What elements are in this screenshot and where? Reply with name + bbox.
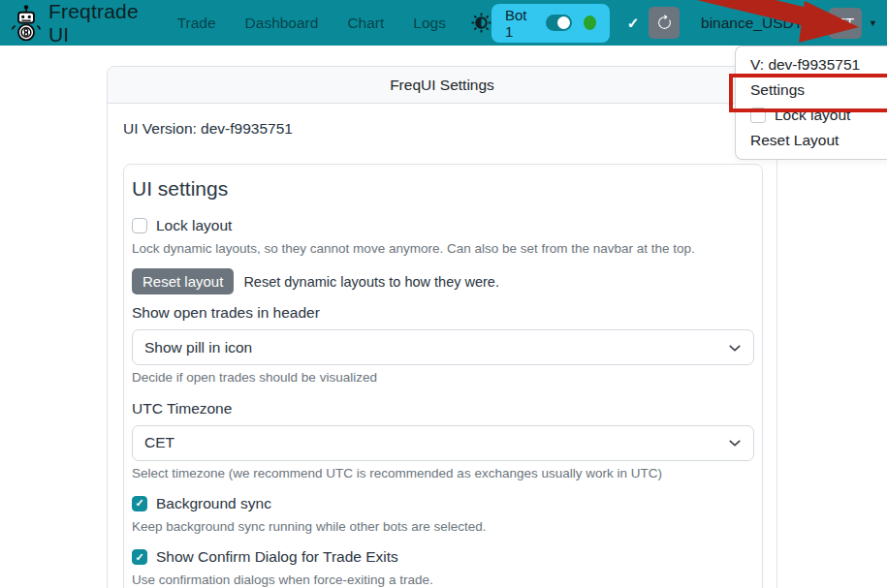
reset-layout-button[interactable]: Reset layout: [132, 268, 234, 294]
reset-layout-note: Reset dynamic layouts to how they were.: [243, 274, 499, 290]
open-trades-help: Decide if open trades should be visualiz…: [132, 370, 754, 386]
nav-links: Trade Dashboard Chart Logs: [177, 15, 446, 32]
open-trades-value: Show pill in icon: [144, 339, 252, 356]
lock-layout-label: Lock layout: [156, 217, 232, 234]
timezone-select[interactable]: CET: [132, 425, 754, 461]
toggle-knob: [557, 16, 570, 29]
lock-layout-checkbox[interactable]: [132, 218, 147, 233]
background-sync-label: Background sync: [156, 495, 271, 512]
menu-item-reset-layout[interactable]: Reset Layout: [736, 128, 887, 153]
select-chevron-icon: [728, 436, 742, 449]
user-menu-button[interactable]: FT: [829, 8, 862, 39]
confirm-exit-checkbox[interactable]: ✓: [132, 549, 147, 565]
timezone-value: CET: [144, 434, 174, 451]
nav-link-chart[interactable]: Chart: [347, 15, 384, 32]
section-heading: UI settings: [132, 176, 754, 201]
confirm-exit-row[interactable]: ✓ Show Confirm Dialog for Trade Exits: [132, 548, 754, 566]
refresh-button[interactable]: [649, 7, 680, 39]
nav-link-dashboard[interactable]: Dashboard: [245, 15, 319, 32]
lock-layout-row[interactable]: Lock layout: [132, 217, 754, 234]
navbar-right: Bot 1 ✓ binance_USDT1 FT ▼: [491, 4, 877, 43]
background-sync-help: Keep background sync running while other…: [132, 519, 754, 535]
bot-account-name[interactable]: binance_USDT1: [701, 15, 811, 32]
confirm-exit-label: Show Confirm Dialog for Trade Exits: [156, 548, 398, 566]
open-trades-label: Show open trades in header: [132, 304, 754, 322]
ui-version-text: UI Version: dev-f9935751: [123, 120, 761, 138]
open-trades-select[interactable]: Show pill in icon: [132, 329, 754, 365]
menu-item-settings[interactable]: Settings: [736, 77, 887, 103]
bot-online-dot: [584, 15, 596, 30]
user-dropdown-menu: V: dev-f9935751 Settings Lock layout Res…: [735, 46, 887, 160]
nav-link-trade[interactable]: Trade: [177, 15, 216, 32]
card-header: FreqUI Settings: [108, 67, 776, 104]
theme-toggle-icon[interactable]: [471, 13, 491, 33]
ui-settings-section: UI settings Lock layout Lock dynamic lay…: [123, 164, 763, 588]
bots-online-check-icon: ✓: [627, 15, 640, 32]
freqtrade-robot-logo-icon: [12, 4, 41, 43]
navbar: Freqtrade UI Trade Dashboard Chart Logs …: [0, 0, 887, 46]
background-sync-checkbox[interactable]: ✓: [132, 496, 147, 511]
nav-link-logs[interactable]: Logs: [413, 15, 446, 32]
card-body: UI Version: dev-f9935751 UI settings Loc…: [108, 104, 776, 588]
menu-item-lock-layout[interactable]: Lock layout: [736, 103, 887, 128]
confirm-exit-help: Use confirmation dialogs when force-exit…: [132, 573, 754, 588]
menu-item-version: V: dev-f9935751: [736, 52, 887, 77]
timezone-help: Select timezone (we recommend UTC is rec…: [132, 466, 754, 481]
reset-layout-row: Reset layout Reset dynamic layouts to ho…: [132, 268, 754, 294]
timezone-label: UTC Timezone: [132, 400, 754, 418]
bot-selector-pill[interactable]: Bot 1: [491, 4, 610, 43]
lock-layout-menu-checkbox[interactable]: [750, 108, 766, 123]
chevron-down-icon[interactable]: ▼: [869, 18, 877, 28]
lock-layout-menu-label: Lock layout: [775, 106, 850, 125]
bot-name: Bot 1: [505, 7, 535, 40]
bot-toggle[interactable]: [546, 15, 571, 31]
brand-title: Freqtrade UI: [48, 0, 152, 46]
brand[interactable]: Freqtrade UI: [12, 0, 152, 46]
lock-layout-help: Lock dynamic layouts, so they cannot mov…: [132, 241, 754, 257]
refresh-icon: [656, 15, 673, 31]
settings-card: FreqUI Settings UI Version: dev-f9935751…: [107, 66, 777, 588]
background-sync-row[interactable]: ✓ Background sync: [132, 495, 754, 512]
select-chevron-icon: [728, 341, 742, 355]
page-title: FreqUI Settings: [390, 77, 494, 94]
